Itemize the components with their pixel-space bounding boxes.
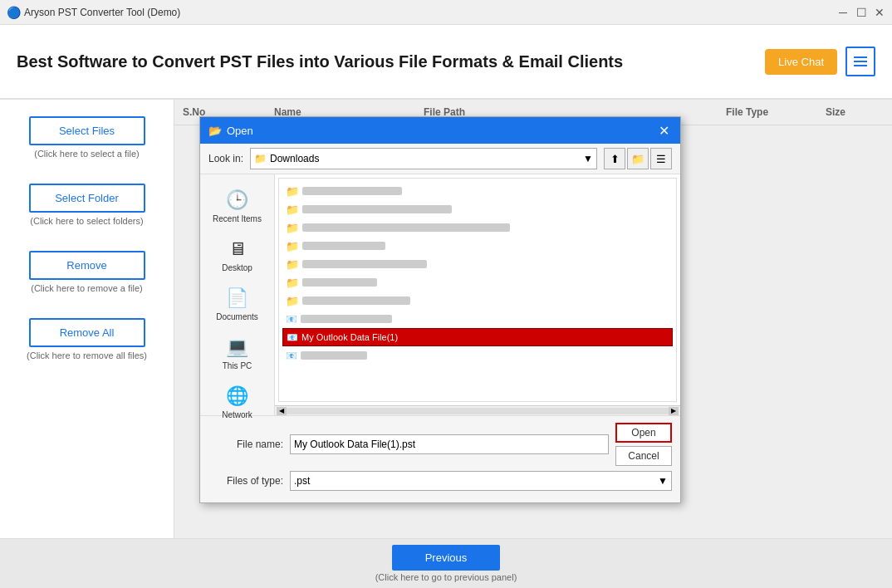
scroll-track[interactable] xyxy=(287,408,669,414)
minimize-button[interactable]: ─ xyxy=(837,7,849,18)
dialog-buttons: Open Cancel xyxy=(615,423,672,466)
scroll-right-arrow[interactable]: ▶ xyxy=(669,407,679,415)
remove-hint: (Click here to remove a file) xyxy=(31,283,143,293)
dropdown-arrow-icon: ▼ xyxy=(658,475,668,487)
folder-icon: 📁 xyxy=(254,153,267,164)
files-of-type-label: Files of type: xyxy=(208,475,283,487)
folder-icon: 📁 xyxy=(286,295,299,307)
list-item[interactable]: 📁 xyxy=(282,218,673,237)
remove-button[interactable]: Remove xyxy=(29,251,145,280)
documents-icon: 📄 xyxy=(226,287,248,309)
previous-button[interactable]: Previous xyxy=(392,545,501,571)
remove-all-button[interactable]: Remove All xyxy=(29,318,145,347)
folder-icon: 📁 xyxy=(286,222,299,234)
dialog-titlebar: 📂 Open ✕ xyxy=(200,117,680,144)
scroll-left-arrow[interactable]: ◀ xyxy=(277,407,287,415)
nav-network-label: Network xyxy=(222,410,252,419)
title-bar-controls: ─ ☐ ✕ xyxy=(837,7,885,18)
horizontal-scrollbar[interactable]: ◀ ▶ xyxy=(275,405,680,415)
look-in-select[interactable]: 📁 Downloads ▼ xyxy=(250,148,597,169)
sidebar-select-files: Select Files (Click here to select a fil… xyxy=(8,116,165,159)
list-item[interactable]: 📁 xyxy=(282,237,673,255)
select-folder-hint: (Click here to select folders) xyxy=(30,216,143,226)
dialog-title-text: Open xyxy=(227,125,253,137)
sidebar: Select Files (Click here to select a fil… xyxy=(0,100,174,538)
sidebar-select-folder: Select Folder (Click here to select fold… xyxy=(8,184,165,226)
this-pc-icon: 💻 xyxy=(226,336,248,358)
list-item[interactable]: 📁 xyxy=(282,182,673,200)
app-icon: 🔵 xyxy=(7,6,21,19)
folder-icon: 📁 xyxy=(286,185,299,198)
up-folder-button[interactable]: ⬆ xyxy=(604,148,625,169)
header-title: Best Software to Convert PST Files into … xyxy=(17,52,623,71)
open-button[interactable]: Open xyxy=(615,423,672,443)
nav-this-pc-label: This PC xyxy=(223,361,252,370)
footer-hint: (Click here to go to previous panel) xyxy=(375,572,517,582)
look-in-value: Downloads xyxy=(270,153,319,164)
list-item[interactable]: 📁 xyxy=(282,273,673,292)
open-dialog: 📂 Open ✕ Look in: 📁 Downloads ▼ xyxy=(199,116,681,503)
list-item[interactable]: 📧 xyxy=(282,310,673,328)
content-area: S.No Name File Path File Type Size 📂 Ope… xyxy=(174,100,892,538)
select-folder-button[interactable]: Select Folder xyxy=(29,184,145,213)
files-of-type-select[interactable]: .pst ▼ xyxy=(290,471,672,491)
select-files-button[interactable]: Select Files xyxy=(29,116,145,145)
look-in-label: Look in: xyxy=(208,153,243,164)
file-name-label: File name: xyxy=(208,439,283,450)
file-icon: 📧 xyxy=(287,332,298,343)
list-item[interactable]: 📁 xyxy=(282,200,673,218)
folder-icon: 📁 xyxy=(286,258,299,271)
sidebar-remove-all: Remove All (Click here to remove all fil… xyxy=(8,318,165,360)
files-of-type-row: Files of type: .pst ▼ xyxy=(208,471,672,491)
header: Best Software to Convert PST Files into … xyxy=(0,25,892,100)
footer: Previous (Click here to go to previous p… xyxy=(0,538,892,588)
folder-icon: 📁 xyxy=(286,203,299,216)
file-name xyxy=(301,351,367,360)
file-name-input[interactable] xyxy=(290,434,609,454)
files-of-type-value: .pst xyxy=(294,475,310,487)
selected-file-item[interactable]: 📧 My Outlook Data File(1) xyxy=(282,328,673,346)
dialog-overlay: 📂 Open ✕ Look in: 📁 Downloads ▼ xyxy=(174,100,892,538)
nav-desktop[interactable]: 🖥 Desktop xyxy=(200,232,274,279)
menu-button[interactable] xyxy=(845,47,875,76)
close-button[interactable]: ✕ xyxy=(874,7,885,18)
network-icon: 🌐 xyxy=(226,385,248,407)
nav-desktop-label: Desktop xyxy=(222,263,252,272)
nav-documents[interactable]: 📄 Documents xyxy=(200,281,274,328)
folder-icon: 📁 xyxy=(286,240,299,252)
select-files-hint: (Click here to select a file) xyxy=(34,149,140,159)
desktop-icon: 🖥 xyxy=(228,238,247,260)
file-name xyxy=(302,205,452,213)
nav-recent-items[interactable]: 🕒 Recent Items xyxy=(200,183,274,230)
nav-pane: 🕒 Recent Items 🖥 Desktop 📄 Documents xyxy=(200,174,275,415)
file-list-inner: 📁 📁 📁 xyxy=(279,179,676,368)
header-right: Live Chat xyxy=(765,47,875,76)
list-item[interactable]: 📧 xyxy=(282,346,673,365)
file-name xyxy=(302,296,410,305)
nav-network[interactable]: 🌐 Network xyxy=(200,379,274,426)
list-item[interactable]: 📁 xyxy=(282,255,673,273)
file-name xyxy=(302,242,385,250)
file-name xyxy=(302,278,377,287)
live-chat-button[interactable]: Live Chat xyxy=(765,49,837,75)
title-bar-text: Aryson PST Converter Tool (Demo) xyxy=(24,7,837,18)
nav-documents-label: Documents xyxy=(216,312,258,321)
file-list-container: 📁 📁 📁 xyxy=(275,174,680,415)
dialog-form: File name: Open Cancel Files of type: .p… xyxy=(200,415,680,502)
nav-recent-label: Recent Items xyxy=(213,214,262,223)
file-name xyxy=(301,315,392,323)
cancel-button[interactable]: Cancel xyxy=(615,446,672,466)
nav-this-pc[interactable]: 💻 This PC xyxy=(200,330,274,377)
dialog-icon: 📂 xyxy=(208,125,222,137)
list-item[interactable]: 📁 xyxy=(282,292,673,310)
dropdown-arrow: ▼ xyxy=(583,153,593,164)
maximize-button[interactable]: ☐ xyxy=(855,7,867,18)
file-name xyxy=(302,187,402,195)
dialog-title-left: 📂 Open xyxy=(208,125,253,137)
dialog-close-button[interactable]: ✕ xyxy=(655,122,672,139)
file-list-pane[interactable]: 📁 📁 📁 xyxy=(278,178,677,402)
recent-items-icon: 🕒 xyxy=(226,189,248,211)
view-button[interactable]: ☰ xyxy=(650,148,672,169)
dialog-toolbar: Look in: 📁 Downloads ▼ ⬆ 📁 ☰ xyxy=(200,144,680,174)
new-folder-button[interactable]: 📁 xyxy=(627,148,649,169)
